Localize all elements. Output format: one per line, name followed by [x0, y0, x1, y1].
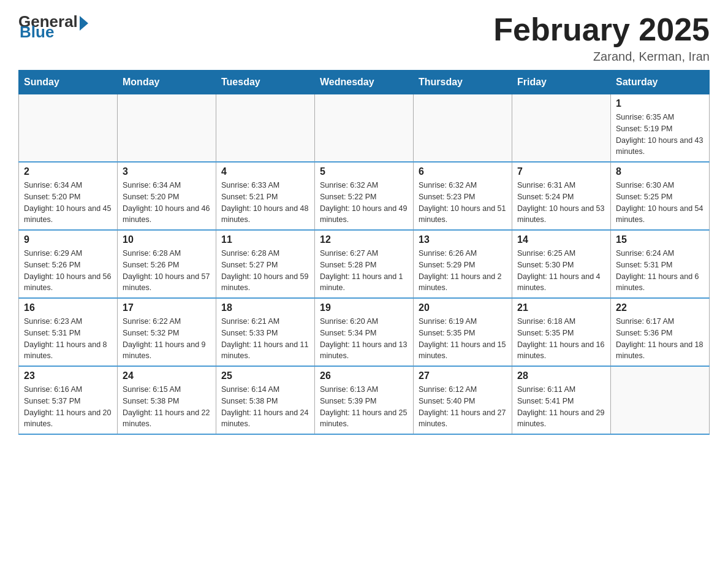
day-info: Sunrise: 6:19 AMSunset: 5:35 PMDaylight:… — [419, 316, 507, 362]
calendar-header-row: Sunday Monday Tuesday Wednesday Thursday… — [19, 71, 710, 94]
table-row: 4Sunrise: 6:33 AMSunset: 5:21 PMDaylight… — [216, 162, 315, 230]
table-row: 15Sunrise: 6:24 AMSunset: 5:31 PMDayligh… — [611, 230, 710, 298]
day-number: 10 — [123, 234, 211, 245]
table-row: 10Sunrise: 6:28 AMSunset: 5:26 PMDayligh… — [118, 230, 216, 298]
day-number: 3 — [123, 166, 211, 177]
day-number: 13 — [419, 234, 507, 245]
col-wednesday: Wednesday — [315, 71, 414, 94]
day-info: Sunrise: 6:11 AMSunset: 5:41 PMDaylight:… — [517, 384, 605, 430]
table-row: 17Sunrise: 6:22 AMSunset: 5:32 PMDayligh… — [118, 298, 216, 366]
table-row: 11Sunrise: 6:28 AMSunset: 5:27 PMDayligh… — [216, 230, 315, 298]
day-number: 26 — [320, 370, 408, 381]
table-row — [512, 94, 611, 163]
table-row: 20Sunrise: 6:19 AMSunset: 5:35 PMDayligh… — [414, 298, 512, 366]
table-row: 28Sunrise: 6:11 AMSunset: 5:41 PMDayligh… — [512, 366, 611, 434]
day-number: 28 — [517, 370, 605, 381]
day-number: 8 — [616, 166, 704, 177]
calendar-week-row: 1Sunrise: 6:35 AMSunset: 5:19 PMDaylight… — [19, 94, 710, 163]
day-info: Sunrise: 6:25 AMSunset: 5:30 PMDaylight:… — [517, 248, 605, 294]
day-number: 9 — [24, 234, 112, 245]
day-info: Sunrise: 6:34 AMSunset: 5:20 PMDaylight:… — [24, 180, 112, 226]
day-info: Sunrise: 6:28 AMSunset: 5:26 PMDaylight:… — [123, 248, 211, 294]
logo: General Blue — [18, 12, 88, 42]
day-number: 16 — [24, 302, 112, 313]
table-row: 5Sunrise: 6:32 AMSunset: 5:22 PMDaylight… — [315, 162, 414, 230]
day-number: 17 — [123, 302, 211, 313]
day-number: 18 — [221, 302, 309, 313]
table-row: 16Sunrise: 6:23 AMSunset: 5:31 PMDayligh… — [19, 298, 118, 366]
table-row: 25Sunrise: 6:14 AMSunset: 5:38 PMDayligh… — [216, 366, 315, 434]
table-row: 14Sunrise: 6:25 AMSunset: 5:30 PMDayligh… — [512, 230, 611, 298]
table-row: 23Sunrise: 6:16 AMSunset: 5:37 PMDayligh… — [19, 366, 118, 434]
table-row: 8Sunrise: 6:30 AMSunset: 5:25 PMDaylight… — [611, 162, 710, 230]
day-info: Sunrise: 6:33 AMSunset: 5:21 PMDaylight:… — [221, 180, 309, 226]
table-row — [611, 366, 710, 434]
col-saturday: Saturday — [611, 71, 710, 94]
day-number: 6 — [419, 166, 507, 177]
table-row — [118, 94, 216, 163]
month-title: February 2025 — [493, 12, 710, 47]
table-row — [315, 94, 414, 163]
day-number: 27 — [419, 370, 507, 381]
logo-arrow-icon — [80, 16, 88, 31]
title-area: February 2025 Zarand, Kerman, Iran — [493, 12, 710, 64]
calendar-week-row: 2Sunrise: 6:34 AMSunset: 5:20 PMDaylight… — [19, 162, 710, 230]
day-info: Sunrise: 6:32 AMSunset: 5:23 PMDaylight:… — [419, 180, 507, 226]
table-row — [19, 94, 118, 163]
day-info: Sunrise: 6:15 AMSunset: 5:38 PMDaylight:… — [123, 384, 211, 430]
table-row: 2Sunrise: 6:34 AMSunset: 5:20 PMDaylight… — [19, 162, 118, 230]
col-sunday: Sunday — [19, 71, 118, 94]
day-info: Sunrise: 6:23 AMSunset: 5:31 PMDaylight:… — [24, 316, 112, 362]
table-row: 21Sunrise: 6:18 AMSunset: 5:35 PMDayligh… — [512, 298, 611, 366]
day-info: Sunrise: 6:12 AMSunset: 5:40 PMDaylight:… — [419, 384, 507, 430]
day-number: 5 — [320, 166, 408, 177]
table-row: 18Sunrise: 6:21 AMSunset: 5:33 PMDayligh… — [216, 298, 315, 366]
col-friday: Friday — [512, 71, 611, 94]
table-row: 22Sunrise: 6:17 AMSunset: 5:36 PMDayligh… — [611, 298, 710, 366]
day-number: 21 — [517, 302, 605, 313]
day-number: 15 — [616, 234, 704, 245]
day-number: 14 — [517, 234, 605, 245]
col-tuesday: Tuesday — [216, 71, 315, 94]
day-info: Sunrise: 6:18 AMSunset: 5:35 PMDaylight:… — [517, 316, 605, 362]
day-number: 23 — [24, 370, 112, 381]
day-number: 2 — [24, 166, 112, 177]
table-row: 13Sunrise: 6:26 AMSunset: 5:29 PMDayligh… — [414, 230, 512, 298]
table-row: 24Sunrise: 6:15 AMSunset: 5:38 PMDayligh… — [118, 366, 216, 434]
calendar-week-row: 9Sunrise: 6:29 AMSunset: 5:26 PMDaylight… — [19, 230, 710, 298]
day-info: Sunrise: 6:22 AMSunset: 5:32 PMDaylight:… — [123, 316, 211, 362]
day-info: Sunrise: 6:16 AMSunset: 5:37 PMDaylight:… — [24, 384, 112, 430]
day-number: 20 — [419, 302, 507, 313]
day-number: 24 — [123, 370, 211, 381]
day-info: Sunrise: 6:35 AMSunset: 5:19 PMDaylight:… — [616, 112, 704, 158]
day-info: Sunrise: 6:21 AMSunset: 5:33 PMDaylight:… — [221, 316, 309, 362]
day-info: Sunrise: 6:14 AMSunset: 5:38 PMDaylight:… — [221, 384, 309, 430]
day-info: Sunrise: 6:20 AMSunset: 5:34 PMDaylight:… — [320, 316, 408, 362]
day-number: 19 — [320, 302, 408, 313]
table-row — [414, 94, 512, 163]
day-info: Sunrise: 6:32 AMSunset: 5:22 PMDaylight:… — [320, 180, 408, 226]
calendar-table: Sunday Monday Tuesday Wednesday Thursday… — [18, 70, 710, 435]
table-row: 6Sunrise: 6:32 AMSunset: 5:23 PMDaylight… — [414, 162, 512, 230]
day-info: Sunrise: 6:28 AMSunset: 5:27 PMDaylight:… — [221, 248, 309, 294]
day-number: 12 — [320, 234, 408, 245]
table-row: 19Sunrise: 6:20 AMSunset: 5:34 PMDayligh… — [315, 298, 414, 366]
table-row: 3Sunrise: 6:34 AMSunset: 5:20 PMDaylight… — [118, 162, 216, 230]
calendar-week-row: 23Sunrise: 6:16 AMSunset: 5:37 PMDayligh… — [19, 366, 710, 434]
page-header: General Blue February 2025 Zarand, Kerma… — [18, 12, 710, 64]
day-number: 22 — [616, 302, 704, 313]
table-row: 1Sunrise: 6:35 AMSunset: 5:19 PMDaylight… — [611, 94, 710, 163]
calendar-week-row: 16Sunrise: 6:23 AMSunset: 5:31 PMDayligh… — [19, 298, 710, 366]
logo-blue-text: Blue — [20, 23, 54, 42]
table-row: 26Sunrise: 6:13 AMSunset: 5:39 PMDayligh… — [315, 366, 414, 434]
day-info: Sunrise: 6:24 AMSunset: 5:31 PMDaylight:… — [616, 248, 704, 294]
table-row: 27Sunrise: 6:12 AMSunset: 5:40 PMDayligh… — [414, 366, 512, 434]
table-row — [216, 94, 315, 163]
day-number: 4 — [221, 166, 309, 177]
location-text: Zarand, Kerman, Iran — [493, 50, 710, 64]
day-info: Sunrise: 6:27 AMSunset: 5:28 PMDaylight:… — [320, 248, 408, 294]
col-monday: Monday — [118, 71, 216, 94]
day-number: 7 — [517, 166, 605, 177]
day-number: 1 — [616, 98, 704, 109]
day-number: 25 — [221, 370, 309, 381]
